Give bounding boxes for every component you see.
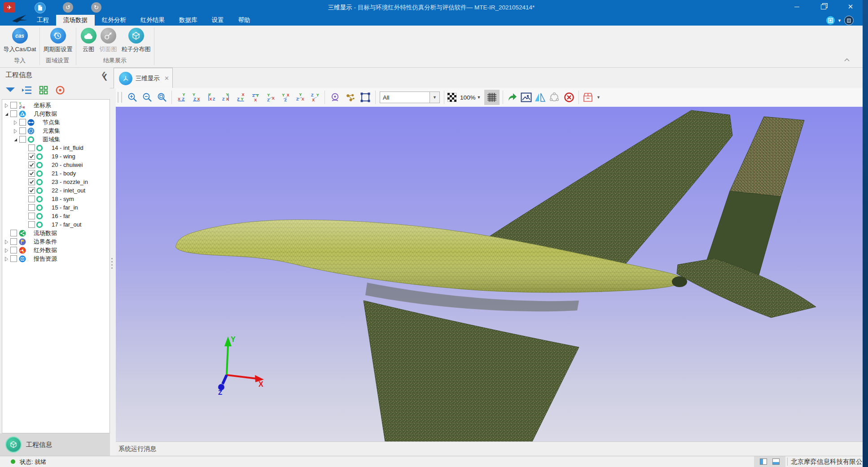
- menu-tab-0[interactable]: 工程: [30, 15, 56, 26]
- tree-row-19-wing[interactable]: 19 - wing: [2, 152, 110, 161]
- menu-tab-4[interactable]: 数据库: [172, 15, 205, 26]
- mirror-button[interactable]: [533, 90, 547, 105]
- tree-checkbox[interactable]: [28, 221, 35, 228]
- tree-row--[interactable]: 边界条件: [2, 237, 110, 246]
- snapshot-button[interactable]: [519, 90, 533, 105]
- tree-row--[interactable]: 面域集: [2, 135, 110, 144]
- tree-row--[interactable]: 红外数据: [2, 246, 110, 254]
- camera-view-button[interactable]: [327, 90, 342, 105]
- tree-row--[interactable]: 流场数据: [2, 229, 110, 237]
- tree-row-21-body[interactable]: 21 - body: [2, 169, 110, 178]
- tree-row-16-far[interactable]: 16 - far: [2, 212, 110, 220]
- tree-checkbox[interactable]: [28, 213, 35, 219]
- view-orientation-button-2[interactable]: YZX: [189, 90, 204, 105]
- view-orientation-button-6[interactable]: ZYX: [248, 90, 263, 105]
- tree-checkbox[interactable]: [28, 144, 35, 151]
- view-orientation-button-3[interactable]: YXZ: [204, 90, 219, 105]
- tab-close-icon[interactable]: ✕: [164, 75, 169, 82]
- display-filter-combobox[interactable]: All ▼: [380, 92, 440, 103]
- tree-checkbox[interactable]: [10, 247, 17, 253]
- tree-checkbox[interactable]: [10, 230, 17, 236]
- toolbar-drag-handle[interactable]: [118, 92, 122, 103]
- tree-row--[interactable]: 节点集: [2, 118, 110, 127]
- box-tool-dropdown-icon[interactable]: ▼: [595, 90, 602, 105]
- tree-row-15-far-in[interactable]: 15 - far_in: [2, 203, 110, 212]
- tree-collapsed-icon[interactable]: [4, 239, 9, 244]
- locate-target-button[interactable]: [54, 84, 66, 96]
- toggle-mesh-button[interactable]: [484, 90, 500, 105]
- minimize-button[interactable]: [786, 0, 807, 13]
- tree-row-14-int-fluid[interactable]: 14 - int_fluid: [2, 144, 110, 152]
- collapse-list-button[interactable]: [21, 84, 32, 96]
- tab-3d-display[interactable]: 三维显示 ✕: [114, 68, 173, 88]
- view-orientation-button-9[interactable]: YZX: [293, 90, 307, 105]
- menu-tab-1[interactable]: 流场数据: [56, 15, 95, 26]
- box-tool-button[interactable]: [581, 90, 595, 105]
- tree-row-23-nozzle-in[interactable]: 23 - nozzle_in: [2, 178, 110, 186]
- ribbon-button-cube[interactable]: 粒子分布图: [115, 28, 157, 53]
- tree-checkbox[interactable]: [10, 255, 17, 262]
- help-button[interactable]: [844, 16, 854, 25]
- menu-tab-2[interactable]: 红外分析: [95, 15, 133, 26]
- grid-view-button[interactable]: [38, 84, 49, 96]
- tree-checkbox[interactable]: [28, 204, 35, 211]
- collapse-ribbon-icon[interactable]: [844, 58, 850, 62]
- tree-collapsed-icon[interactable]: [4, 103, 9, 108]
- tree-expanded-icon[interactable]: [4, 111, 9, 116]
- tab-scroll-left-button[interactable]: ❮: [102, 73, 108, 81]
- opacity-dropdown-icon[interactable]: ▼: [477, 95, 481, 100]
- tree-expanded-icon[interactable]: [13, 137, 18, 142]
- view-orientation-button-7[interactable]: YXZ: [263, 90, 278, 105]
- tree-row--[interactable]: 报告资源: [2, 254, 110, 263]
- combobox-dropdown-button[interactable]: ▼: [430, 92, 439, 103]
- maximize-button[interactable]: [813, 0, 834, 13]
- bottom-panel-toggle-icon[interactable]: [772, 458, 780, 465]
- ribbon-button-cas[interactable]: cas导入Cas/Dat: [0, 28, 40, 53]
- export-view-button[interactable]: [505, 90, 519, 105]
- zoom-fit-button[interactable]: [154, 90, 169, 105]
- close-button[interactable]: ✕: [840, 0, 861, 13]
- select-region-button[interactable]: [358, 90, 373, 105]
- tree-row-22-inlet-out[interactable]: 22 - inlet_out: [2, 186, 110, 195]
- tree-row-20-chuiwei[interactable]: 20 - chuiwei: [2, 161, 110, 169]
- zoom-in-button[interactable]: [125, 90, 140, 105]
- tree-collapsed-icon[interactable]: [4, 256, 9, 261]
- view-orientation-button-8[interactable]: YXZ: [278, 90, 293, 105]
- tree-row--[interactable]: 元素集: [2, 127, 110, 135]
- tree-checkbox[interactable]: [19, 136, 26, 143]
- view-orientation-button-10[interactable]: ZYX: [307, 90, 322, 105]
- viewport-3d[interactable]: Y X Z: [116, 107, 863, 441]
- tree-collapsed-icon[interactable]: [4, 248, 9, 253]
- expand-all-button[interactable]: [4, 84, 16, 96]
- tree-checkbox[interactable]: [28, 179, 35, 185]
- menu-tab-5[interactable]: 设置: [205, 15, 231, 26]
- view-orientation-button-4[interactable]: YZX: [219, 90, 233, 105]
- menu-tab-6[interactable]: 帮助: [231, 15, 258, 26]
- window-style-button[interactable]: [826, 16, 835, 25]
- delete-result-button[interactable]: [562, 90, 576, 105]
- chevron-down-icon[interactable]: ▼: [837, 18, 842, 23]
- zoom-out-button[interactable]: [140, 90, 154, 105]
- tree-row-18-sym[interactable]: 18 - sym: [2, 195, 110, 203]
- project-panel-footer[interactable]: 工程信息: [0, 433, 110, 456]
- tree-checkbox[interactable]: [28, 187, 35, 194]
- tree-collapsed-icon[interactable]: [13, 128, 18, 133]
- particle-nodes-button[interactable]: [342, 90, 358, 105]
- tree-collapsed-icon[interactable]: [13, 120, 18, 125]
- tree-row-17-far-out[interactable]: 17 - far_out: [2, 220, 110, 229]
- panel-splitter[interactable]: [111, 258, 113, 269]
- left-panel-toggle-icon[interactable]: [760, 458, 767, 465]
- view-orientation-button-5[interactable]: XZY: [233, 90, 248, 105]
- tree-checkbox[interactable]: [28, 153, 35, 160]
- tree-row--[interactable]: 几何数据: [2, 109, 110, 118]
- tree-checkbox[interactable]: [10, 238, 17, 245]
- tree-row--[interactable]: YZX坐标系: [2, 101, 110, 109]
- menu-tab-3[interactable]: 红外结果: [133, 15, 172, 26]
- tree-checkbox[interactable]: [10, 102, 17, 109]
- tree-checkbox[interactable]: [28, 161, 35, 168]
- tree-checkbox[interactable]: [19, 119, 26, 126]
- tree-checkbox[interactable]: [28, 170, 35, 177]
- tree-checkbox[interactable]: [19, 127, 26, 134]
- view-orientation-button-1[interactable]: XZY: [174, 90, 189, 105]
- tree-checkbox[interactable]: [10, 110, 17, 117]
